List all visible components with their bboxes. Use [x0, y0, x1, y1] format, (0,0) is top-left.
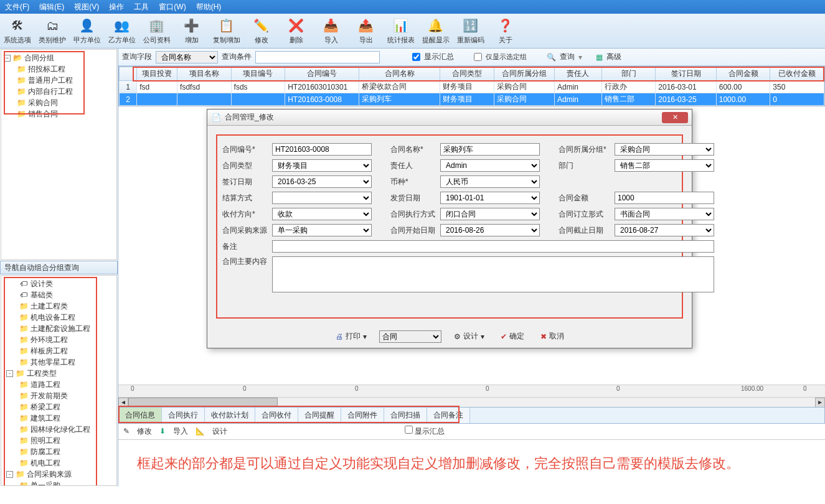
table-row[interactable]: 2HT201603-0008采购列车财务项目采购合同Admin销售二部2016-… [120, 93, 824, 106]
detail-showtotal-checkbox[interactable] [405, 426, 413, 434]
grid-header[interactable]: 部门 [601, 67, 656, 81]
toolbar-company[interactable]: 🏢公司资料 [139, 14, 174, 49]
ok-button[interactable]: ✔确定 [497, 330, 528, 343]
tree-item[interactable]: 🏷基础类 [4, 289, 114, 301]
print-button[interactable]: 🖨打印 ▾ [332, 330, 370, 343]
menu-file[interactable]: 文件(F) [5, 2, 29, 12]
close-button[interactable]: ✕ [662, 112, 688, 123]
tree-item[interactable]: -📁合同采购来源 [4, 469, 114, 480]
design-dlg-button[interactable]: ⚙设计 ▾ [450, 330, 488, 343]
form-input[interactable] [272, 143, 372, 156]
import-button[interactable]: 导入 [173, 426, 188, 437]
content-textarea[interactable] [272, 256, 714, 292]
horizontal-scrollbar[interactable]: ◂ ▸ [118, 397, 825, 407]
toolbar-delete[interactable]: ❌删除 [279, 14, 314, 49]
form-select[interactable]: 1901-01-01 [440, 192, 540, 204]
tree-item[interactable]: 📁防腐工程 [4, 446, 114, 457]
color-select[interactable]: 合同 [379, 330, 441, 343]
form-select[interactable]: 财务项目 [272, 159, 372, 172]
tree-item[interactable]: 📁其他零星工程 [4, 357, 114, 368]
toolbar-copy-add[interactable]: 📋复制增加 [209, 14, 244, 49]
toolbar-add[interactable]: ➕增加 [174, 14, 209, 49]
design-button[interactable]: 设计 [212, 426, 227, 437]
tab-5[interactable]: 合同附件 [341, 408, 384, 423]
form-select[interactable]: Admin [440, 159, 540, 172]
tab-4[interactable]: 合同提醒 [298, 408, 341, 423]
tab-1[interactable]: 合同执行 [162, 408, 205, 423]
grid-header[interactable]: 合同所属分组 [494, 67, 554, 81]
remark-input[interactable] [272, 240, 714, 253]
toolbar-cat-maint[interactable]: 🗂类别维护 [35, 14, 70, 49]
form-select[interactable]: 2016-03-25 [272, 175, 372, 188]
tree-item[interactable]: 📁采购合同 [4, 97, 114, 108]
tab-0[interactable]: 合同信息 [119, 408, 162, 423]
toolbar-party-b[interactable]: 👥乙方单位 [105, 14, 139, 49]
tree-item[interactable]: 📁样板房工程 [4, 345, 114, 357]
tree-item[interactable]: -📁工程类型 [4, 368, 114, 379]
form-select[interactable]: 2016-08-26 [440, 224, 540, 236]
tree-item[interactable]: 📁内部自行工程 [4, 86, 114, 97]
form-select[interactable]: 2016-08-27 [615, 224, 714, 236]
tree-item[interactable]: 📁机电工程 [4, 457, 114, 469]
search-field-select[interactable]: 合同名称 [156, 51, 218, 63]
tree-item[interactable]: 📁开发前期类 [4, 390, 114, 401]
only-selected-checkbox[interactable] [474, 53, 482, 61]
query-button[interactable]: 查询 [560, 52, 575, 62]
show-total-checkbox[interactable] [412, 53, 420, 61]
dialog-titlebar[interactable]: 📄 合同管理_修改 ✕ [207, 110, 692, 126]
menu-help[interactable]: 帮助(H) [196, 2, 222, 12]
tree-item[interactable]: 📁销售合同 [4, 108, 114, 119]
toolbar-recode[interactable]: 🔢重新编码 [453, 14, 488, 49]
tree-root[interactable]: −📂合同分组 [4, 52, 114, 63]
tree-item[interactable]: 📁照明工程 [4, 435, 114, 446]
tree-item[interactable]: 📁土建工程类 [4, 301, 114, 312]
tab-7[interactable]: 合同备注 [427, 408, 470, 423]
grid-header[interactable]: 项目编号 [231, 67, 285, 81]
tree-item[interactable]: 📁普通用户工程 [4, 75, 114, 86]
toolbar-stat[interactable]: 📊统计报表 [384, 14, 418, 49]
form-select[interactable]: 闭口合同 [440, 208, 540, 220]
modify-button[interactable]: 修改 [137, 426, 152, 437]
toolbar-party-a[interactable]: 👤甲方单位 [70, 14, 105, 49]
menu-op[interactable]: 操作 [109, 2, 124, 12]
tab-2[interactable]: 收付款计划 [205, 408, 255, 423]
tree-item[interactable]: 📁建筑工程 [4, 413, 114, 424]
grid-header[interactable]: 项目名称 [177, 67, 232, 81]
search-cond-input[interactable] [255, 51, 380, 63]
tab-3[interactable]: 合同收付 [255, 408, 298, 423]
grid-header[interactable]: 合同编号 [285, 67, 359, 81]
menu-view[interactable]: 视图(V) [74, 2, 99, 12]
tree-item[interactable]: 📁招投标工程 [4, 63, 114, 75]
form-input[interactable] [615, 192, 714, 204]
advanced-button[interactable]: 高级 [606, 52, 621, 62]
form-select[interactable]: 收款 [272, 208, 372, 220]
tree-item[interactable]: 📁外环境工程 [4, 334, 114, 345]
grid-header[interactable]: 合同名称 [359, 67, 440, 81]
tree-item[interactable]: 📁桥梁工程 [4, 401, 114, 413]
table-row[interactable]: 1fsdfsdfsdfsdsHT201603010301桥梁收款合同财务项目采购… [120, 81, 824, 93]
tree-item[interactable]: 📁机电设备工程 [4, 312, 114, 323]
form-select[interactable]: 采购合同 [615, 143, 714, 156]
toolbar-about[interactable]: ❓关于 [488, 14, 523, 49]
toolbar-remind[interactable]: 🔔提醒显示 [418, 14, 453, 49]
grid-header[interactable]: 合同类型 [440, 67, 494, 81]
form-input[interactable] [440, 143, 540, 156]
form-select[interactable] [272, 192, 372, 204]
tab-6[interactable]: 合同扫描 [384, 408, 427, 423]
tree-item[interactable]: 📁道路工程 [4, 379, 114, 390]
form-select[interactable]: 书面合同 [615, 208, 714, 220]
tree-item[interactable]: 📁单一采购 [4, 480, 114, 486]
menu-edit[interactable]: 编辑(E) [39, 2, 64, 12]
grid-header[interactable]: 已收付金额 [770, 67, 824, 81]
grid-header[interactable]: 签订日期 [656, 67, 716, 81]
cancel-button[interactable]: ✖取消 [537, 330, 568, 343]
menu-window[interactable]: 窗口(W) [159, 2, 186, 12]
menu-tool[interactable]: 工具 [134, 2, 149, 12]
tree-item[interactable]: 📁土建配套设施工程 [4, 323, 114, 334]
form-select[interactable]: 销售二部 [615, 159, 714, 172]
toolbar-export[interactable]: 📤导出 [349, 14, 384, 49]
grid-header[interactable]: 责任人 [555, 67, 602, 81]
grid-header[interactable]: 合同金额 [716, 67, 770, 81]
form-select[interactable]: 人民币 [440, 175, 540, 188]
grid-header[interactable]: 项目投资 [137, 67, 177, 81]
